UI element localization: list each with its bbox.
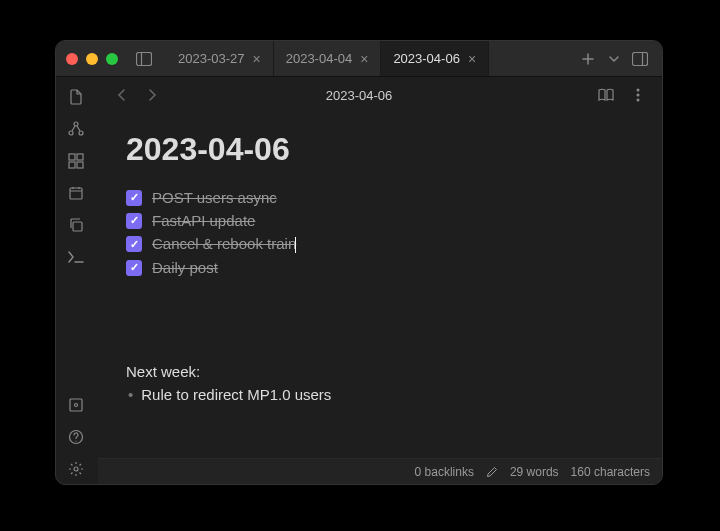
tab-label: 2023-03-27	[178, 51, 245, 66]
backlinks-count[interactable]: 0 backlinks	[415, 465, 474, 479]
list-item-text: Rule to redirect MP1.0 users	[141, 386, 331, 403]
svg-rect-15	[73, 222, 82, 231]
task-text: POST users async	[152, 189, 277, 206]
forward-button[interactable]	[140, 83, 164, 107]
task-text: Daily post	[152, 259, 218, 276]
svg-point-5	[637, 94, 640, 97]
editor-area: 2023-04-06 2023-04-06 ✓ POST users async…	[98, 77, 662, 484]
tab-label: 2023-04-04	[286, 51, 353, 66]
svg-point-7	[74, 122, 78, 126]
document-body[interactable]: 2023-04-06 ✓ POST users async ✓ FastAPI …	[98, 113, 662, 458]
checkbox-checked[interactable]: ✓	[126, 190, 142, 206]
window-controls	[66, 53, 118, 65]
task-list: ✓ POST users async ✓ FastAPI update ✓ Ca…	[126, 186, 634, 279]
char-count[interactable]: 160 characters	[571, 465, 650, 479]
tab-2[interactable]: 2023-04-06 ×	[381, 41, 489, 76]
svg-point-19	[74, 467, 78, 471]
task-item[interactable]: ✓ Daily post	[126, 256, 634, 279]
text-cursor	[295, 237, 296, 253]
grid-icon[interactable]	[61, 146, 91, 176]
svg-rect-13	[77, 162, 83, 168]
chevron-down-icon[interactable]	[602, 47, 626, 71]
word-count[interactable]: 29 words	[510, 465, 559, 479]
titlebar: 2023-03-27 × 2023-04-04 × 2023-04-06 ×	[56, 41, 662, 77]
check-icon: ✓	[130, 191, 139, 204]
edit-mode-icon[interactable]	[486, 466, 498, 478]
right-sidebar-toggle-icon[interactable]	[628, 47, 652, 71]
new-tab-button[interactable]	[576, 47, 600, 71]
svg-point-8	[69, 131, 73, 135]
document-toolbar: 2023-04-06	[98, 77, 662, 113]
more-menu-icon[interactable]	[626, 83, 650, 107]
file-explorer-icon[interactable]	[61, 82, 91, 112]
page-heading: 2023-04-06	[126, 131, 634, 168]
tab-1[interactable]: 2023-04-04 ×	[274, 41, 382, 76]
copy-icon[interactable]	[61, 210, 91, 240]
tab-0[interactable]: 2023-03-27 ×	[166, 41, 274, 76]
svg-rect-0	[137, 52, 152, 65]
document-title: 2023-04-06	[326, 88, 393, 103]
svg-point-17	[75, 404, 78, 407]
checkbox-checked[interactable]: ✓	[126, 260, 142, 276]
settings-icon[interactable]	[61, 454, 91, 484]
tab-label: 2023-04-06	[393, 51, 460, 66]
close-tab-icon[interactable]: ×	[253, 51, 261, 67]
nextweek-heading: Next week:	[126, 363, 634, 380]
close-tab-icon[interactable]: ×	[468, 51, 476, 67]
graph-view-icon[interactable]	[61, 114, 91, 144]
tab-strip: 2023-03-27 × 2023-04-04 × 2023-04-06 ×	[166, 41, 570, 76]
main-area: 2023-04-06 2023-04-06 ✓ POST users async…	[56, 77, 662, 484]
terminal-icon[interactable]	[61, 242, 91, 272]
sidebar-toggle-icon[interactable]	[132, 47, 156, 71]
app-window: 2023-03-27 × 2023-04-04 × 2023-04-06 × 2…	[55, 40, 663, 485]
checkbox-checked[interactable]: ✓	[126, 236, 142, 252]
task-text: FastAPI update	[152, 212, 255, 229]
svg-rect-14	[70, 188, 82, 199]
help-icon[interactable]	[61, 422, 91, 452]
check-icon: ✓	[130, 214, 139, 227]
task-text: Cancel & rebook train	[152, 235, 296, 253]
titlebar-right	[576, 47, 652, 71]
check-icon: ✓	[130, 261, 139, 274]
calendar-icon[interactable]	[61, 178, 91, 208]
close-window-button[interactable]	[66, 53, 78, 65]
svg-rect-10	[69, 154, 75, 160]
status-bar: 0 backlinks 29 words 160 characters	[98, 458, 662, 484]
list-item[interactable]: • Rule to redirect MP1.0 users	[126, 386, 634, 403]
task-item[interactable]: ✓ Cancel & rebook train	[126, 232, 634, 256]
svg-rect-11	[77, 154, 83, 160]
svg-point-9	[79, 131, 83, 135]
svg-point-4	[637, 89, 640, 92]
check-icon: ✓	[130, 238, 139, 251]
svg-rect-12	[69, 162, 75, 168]
task-item[interactable]: ✓ POST users async	[126, 186, 634, 209]
svg-rect-2	[633, 52, 648, 65]
vault-icon[interactable]	[61, 390, 91, 420]
back-button[interactable]	[110, 83, 134, 107]
close-tab-icon[interactable]: ×	[360, 51, 368, 67]
task-item[interactable]: ✓ FastAPI update	[126, 209, 634, 232]
maximize-window-button[interactable]	[106, 53, 118, 65]
bullet-icon: •	[128, 386, 133, 403]
reading-mode-icon[interactable]	[594, 83, 618, 107]
svg-point-6	[637, 99, 640, 102]
minimize-window-button[interactable]	[86, 53, 98, 65]
svg-rect-16	[70, 399, 82, 411]
checkbox-checked[interactable]: ✓	[126, 213, 142, 229]
activity-bar	[55, 76, 97, 484]
